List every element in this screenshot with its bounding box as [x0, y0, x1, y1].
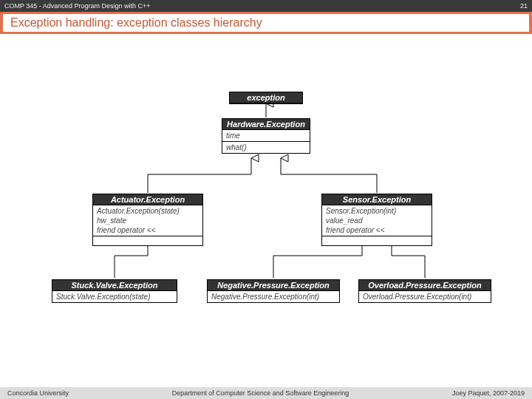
slide-top-bar: COMP 345 - Advanced Program Design with … [0, 0, 532, 12]
uml-negpressure-exception: Negative.Pressure.Exception Negative.Pre… [207, 279, 340, 303]
uml-class-name: Overload.Pressure.Exception [359, 280, 491, 291]
uml-actuator-exception: Actuator.Exception Actuator.Exception(st… [92, 194, 203, 246]
uml-class-name: Hardware.Exception [222, 119, 310, 130]
uml-members: Actuator.Exception(state) hw_state frien… [93, 205, 202, 236]
course-label: COMP 345 - Advanced Program Design with … [4, 2, 150, 10]
footer-right: Joey Paquet, 2007-2019 [452, 389, 525, 397]
uml-class-name: Sensor.Exception [322, 194, 432, 205]
uml-class-name: Actuator.Exception [93, 194, 202, 205]
uml-connectors [0, 34, 532, 387]
uml-members: Stuck.Valve.Exception(state) [52, 291, 177, 302]
uml-hardware-exception: Hardware.Exception time what() [222, 118, 310, 154]
uml-overpressure-exception: Overload.Pressure.Exception Overload.Pre… [358, 279, 491, 303]
uml-class-name: Negative.Pressure.Exception [208, 280, 339, 291]
uml-members: Overload.Pressure.Exception(int) [359, 291, 491, 302]
slide-number: 21 [520, 2, 528, 10]
slide-footer: Concordia University Department of Compu… [0, 387, 532, 399]
uml-methods [322, 236, 432, 245]
slide-title: Exception handling: exception classes hi… [10, 16, 262, 30]
uml-sensor-exception: Sensor.Exception Sensor.Exception(int) v… [321, 194, 432, 246]
slide-title-bar: Exception handling: exception classes hi… [0, 12, 532, 34]
uml-exception: exception [229, 92, 303, 104]
diagram-canvas: exception Hardware.Exception time what()… [0, 34, 532, 387]
uml-class-name: Stuck.Valve.Exception [52, 280, 177, 291]
uml-members: Negative.Pressure.Exception(int) [208, 291, 339, 302]
uml-members: Sensor.Exception(int) value_read friend … [322, 205, 432, 236]
uml-methods: what() [222, 142, 310, 153]
footer-center: Department of Computer Science and Softw… [172, 389, 349, 397]
uml-class-name: exception [230, 92, 302, 103]
uml-members: time [222, 130, 310, 142]
uml-stuckvalve-exception: Stuck.Valve.Exception Stuck.Valve.Except… [52, 279, 177, 303]
uml-methods [93, 236, 202, 245]
footer-left: Concordia University [7, 389, 69, 397]
